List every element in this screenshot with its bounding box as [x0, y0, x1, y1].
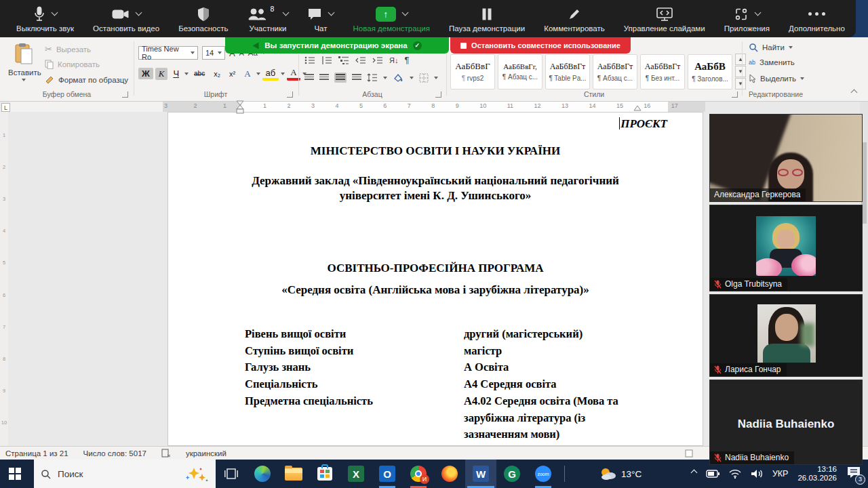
grammarly-taskbar-icon[interactable]: G: [496, 460, 528, 488]
font-dialog-launcher-icon[interactable]: [287, 92, 293, 98]
decrease-indent-icon[interactable]: [355, 56, 366, 64]
mute-button[interactable]: Выключить звук: [16, 5, 74, 33]
stop-share-button[interactable]: Остановить совместное использование: [450, 37, 631, 54]
shading-bucket-icon[interactable]: [393, 73, 404, 83]
stop-video-button[interactable]: Остановить видео: [93, 5, 159, 33]
sort-button[interactable]: Я↓: [389, 56, 398, 64]
style-item-normal[interactable]: АаБбВвГг, ¶ Абзац с...: [498, 54, 542, 89]
paste-button[interactable]: Вставить: [8, 43, 39, 81]
taskbar-clock[interactable]: 13:16 26.03.2026: [797, 465, 837, 483]
borders-dropdown-icon[interactable]: [434, 77, 438, 79]
shading-dropdown-icon[interactable]: [410, 77, 414, 79]
video-options-chevron-icon[interactable]: [135, 9, 142, 16]
increase-indent-icon[interactable]: [372, 56, 383, 64]
zoom-taskbar-icon[interactable]: zoom: [528, 460, 559, 488]
paragraph-dialog-launcher-icon[interactable]: [435, 92, 441, 98]
collapse-ribbon-button[interactable]: [852, 93, 859, 97]
text-effects-dropdown-icon[interactable]: [256, 73, 260, 75]
document-page[interactable]: ПРОЄКТ МІНІСТЕРСТВО ОСВІТИ І НАУКИ УКРАЇ…: [167, 112, 703, 446]
new-share-button[interactable]: ↑ Новая демонстрация: [353, 5, 430, 33]
word-taskbar-icon[interactable]: W: [465, 460, 496, 488]
format-painter-button[interactable]: Формат по образцу: [45, 75, 128, 85]
underline-button[interactable]: Ч: [170, 68, 182, 79]
subscript-button[interactable]: x₂: [210, 69, 224, 79]
style-item-rvps2[interactable]: АаБбВвГ ¶ ¶ rvps2rvps2: [450, 54, 495, 89]
cut-button[interactable]: ✂ Вырезать: [45, 44, 91, 54]
highlight-dropdown-icon[interactable]: [281, 73, 285, 75]
file-explorer-taskbar-icon[interactable]: [278, 460, 309, 488]
style-item-no-spacing[interactable]: АаБбВвГт ¶ Без инт...: [640, 54, 685, 89]
show-marks-button[interactable]: ¶: [404, 55, 409, 65]
more-button[interactable]: Дополнительно: [789, 5, 845, 33]
borders-icon[interactable]: [419, 73, 429, 83]
task-view-button[interactable]: [216, 460, 247, 488]
excel-taskbar-icon[interactable]: X: [340, 460, 372, 488]
multilevel-list-icon[interactable]: [338, 56, 349, 64]
line-spacing-icon[interactable]: [367, 73, 378, 82]
font-size-select[interactable]: 14: [202, 46, 225, 60]
weather-widget[interactable]: 13°C: [599, 467, 642, 481]
right-indent-marker-icon[interactable]: [633, 104, 642, 111]
taskbar-search-input[interactable]: Поиск: [34, 460, 216, 488]
wifi-icon[interactable]: [729, 470, 741, 479]
keyboard-language-indicator[interactable]: УКР: [772, 469, 789, 479]
select-button[interactable]: Выделить: [749, 74, 804, 83]
word-count-status[interactable]: Число слов: 5017: [83, 449, 146, 458]
notification-center-button[interactable]: 3: [846, 466, 861, 482]
start-button[interactable]: [0, 460, 30, 488]
apps-button[interactable]: Приложения: [724, 5, 770, 33]
mute-options-chevron-icon[interactable]: [52, 9, 58, 16]
participant-tile-aleksandra[interactable]: Александра Геркерова: [709, 114, 863, 202]
underline-dropdown-icon[interactable]: [184, 73, 189, 75]
volume-icon[interactable]: [751, 469, 763, 479]
view-shortcut-icon[interactable]: [685, 449, 693, 458]
align-right-button[interactable]: [334, 73, 347, 83]
align-center-button[interactable]: [319, 74, 329, 81]
replace-button[interactable]: ab Заменить: [749, 58, 795, 66]
outlook-taskbar-icon[interactable]: O: [372, 460, 403, 488]
text-effects-button[interactable]: А: [241, 68, 254, 80]
edge-taskbar-icon[interactable]: [247, 460, 278, 488]
pause-share-button[interactable]: Пауза демонстрации: [449, 5, 525, 33]
participant-tile-larysa[interactable]: Лариса Гончар: [709, 294, 863, 377]
indent-marker-icon[interactable]: [236, 100, 244, 114]
page-count-status[interactable]: Страница 1 из 21: [5, 449, 68, 458]
participant-tile-olga[interactable]: Olga Trubitsyna: [709, 205, 863, 291]
chat-button[interactable]: Чат: [307, 5, 334, 33]
bullet-list-icon[interactable]: [304, 56, 315, 64]
chrome-taskbar-icon[interactable]: И: [403, 460, 434, 488]
proofing-status-icon[interactable]: [161, 449, 171, 458]
bold-button[interactable]: Ж: [138, 68, 153, 79]
copy-button[interactable]: Копировать: [45, 60, 100, 69]
style-item-table-paragraph[interactable]: АаБбВвГт ¶ Table Pa...: [545, 54, 590, 89]
microsoft-store-taskbar-icon[interactable]: [309, 460, 340, 488]
tab-selector[interactable]: L: [1, 103, 10, 112]
language-status[interactable]: украинский: [186, 449, 226, 458]
participants-button[interactable]: 8 Участники: [248, 5, 289, 33]
taskbar-overflow-chevron-icon[interactable]: [690, 469, 697, 476]
horizontal-ruler[interactable]: 3 2 1 12 34 56 78 910 1112 1314 1516 17: [163, 102, 705, 112]
security-button[interactable]: Безопасность: [178, 5, 228, 33]
firefox-taskbar-icon[interactable]: [434, 460, 465, 488]
slide-control-button[interactable]: Управление слайдами: [624, 5, 705, 33]
numbered-list-icon[interactable]: [321, 56, 332, 64]
highlight-color-button[interactable]: аб: [262, 67, 279, 81]
battery-icon[interactable]: [706, 470, 719, 478]
paste-dropdown-arrow-icon[interactable]: [22, 79, 26, 81]
superscript-button[interactable]: x²: [226, 69, 239, 79]
participants-options-chevron-icon[interactable]: [283, 9, 290, 16]
align-left-button[interactable]: [304, 74, 314, 81]
participant-tile-nadiia[interactable]: Nadiia Buhaienko Nadiia Buhaienko: [709, 380, 863, 465]
font-family-select[interactable]: Times New Ro: [138, 46, 198, 60]
apps-options-chevron-icon[interactable]: [754, 9, 761, 16]
annotate-button[interactable]: Комментировать: [544, 5, 605, 33]
justify-button[interactable]: [352, 74, 361, 81]
clipboard-dialog-launcher-icon[interactable]: [122, 92, 128, 98]
strikethrough-button[interactable]: abc: [191, 69, 208, 78]
search-highlights-sparkle-icon[interactable]: [186, 466, 209, 481]
chat-options-chevron-icon[interactable]: [328, 9, 335, 16]
line-spacing-dropdown-icon[interactable]: [383, 77, 387, 79]
style-item-heading[interactable]: АаБбВ ¶ Заголов...: [688, 54, 732, 89]
find-button[interactable]: Найти: [749, 43, 793, 52]
style-item-paragraph-list[interactable]: АаБбВвГт ¶ Абзац с...: [593, 54, 637, 89]
